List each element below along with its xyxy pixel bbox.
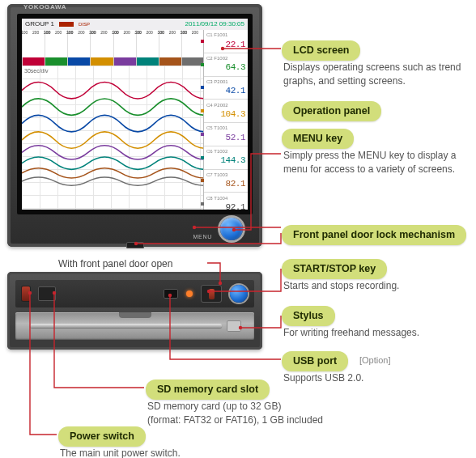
callout-sd: SD memory card slot bbox=[146, 380, 270, 400]
operation-panel: MENU bbox=[15, 216, 254, 242]
channel-readout: C8 T100492.1 bbox=[204, 193, 248, 210]
power-switch[interactable] bbox=[22, 286, 30, 301]
callout-lcd-desc: Displays operating screens such as trend… bbox=[283, 61, 465, 88]
channel-readout: C3 P200142.1 bbox=[204, 77, 248, 100]
channel-readout: C1 F100122.1 bbox=[204, 30, 248, 53]
mode-indicator bbox=[59, 22, 74, 27]
channel-readout: C5 T100152.1 bbox=[204, 123, 248, 146]
callout-usb-option: [Option] bbox=[359, 354, 391, 367]
channel-readouts: C1 F100122.1 C2 F100264.3 C3 P200142.1 C… bbox=[203, 30, 248, 210]
callout-power: Power switch bbox=[58, 426, 146, 447]
callout-op-panel: Operation panel bbox=[282, 101, 381, 121]
usb-port[interactable] bbox=[164, 289, 178, 299]
recorder-front: YOKOGAWA GROUP 1 DISP 2011/09/12 09:30:0… bbox=[7, 4, 262, 247]
scale-ruler bbox=[22, 30, 204, 58]
stylus[interactable] bbox=[30, 324, 222, 328]
recorder-door-open bbox=[7, 272, 262, 350]
inner-ports-row bbox=[15, 280, 254, 307]
callout-power-desc: The main unit power switch. bbox=[60, 447, 242, 458]
callout-lcd: LCD screen bbox=[282, 40, 360, 61]
menu-key-label: MENU bbox=[193, 233, 212, 240]
sd-card-slot[interactable] bbox=[38, 286, 56, 301]
front-panel-door[interactable] bbox=[15, 312, 254, 340]
callout-menu-desc: Simply press the MENU key to display a m… bbox=[283, 149, 465, 176]
channel-readout: C4 P2002104.3 bbox=[204, 100, 248, 123]
door-lock-icon[interactable] bbox=[126, 242, 144, 248]
callout-start: START/STOP key bbox=[282, 259, 387, 279]
clock: 2011/09/12 09:30:05 bbox=[185, 20, 244, 29]
mode-text: DISP bbox=[79, 21, 90, 28]
brand-logo: YOKOGAWA bbox=[23, 3, 66, 12]
callout-menu: MENU key bbox=[282, 129, 354, 149]
group-label: GROUP 1 bbox=[25, 20, 54, 29]
callout-start-desc: Starts and stops recording. bbox=[283, 279, 465, 293]
trend-lines-icon bbox=[22, 66, 204, 189]
channel-readout: C6 T1002144.3 bbox=[204, 146, 248, 170]
callout-lock: Front panel door lock mechanism bbox=[282, 225, 466, 245]
door-clasp-icon bbox=[227, 320, 241, 332]
lcd-bezel: GROUP 1 DISP 2011/09/12 09:30:05 30sec/d… bbox=[17, 14, 253, 214]
door-open-caption: With front panel door open bbox=[58, 257, 172, 270]
callout-usb: USB port bbox=[282, 351, 348, 371]
start-stop-key[interactable] bbox=[201, 285, 222, 303]
screen-header: GROUP 1 DISP 2011/09/12 09:30:05 bbox=[22, 19, 248, 31]
callout-stylus-desc: For writing freehand messages. bbox=[283, 326, 465, 340]
callout-stylus: Stylus bbox=[282, 306, 335, 326]
menu-key[interactable] bbox=[220, 218, 243, 240]
channel-color-strip bbox=[22, 57, 204, 66]
channel-readout: C7 T100382.1 bbox=[204, 170, 248, 193]
callout-sd-desc: SD memory card (up to 32 GB) (format: FA… bbox=[147, 400, 329, 427]
trend-area: 30sec/div bbox=[22, 66, 204, 210]
callout-usb-desc: Supports USB 2.0. bbox=[283, 371, 465, 385]
menu-key-inner[interactable] bbox=[230, 285, 248, 303]
record-led-icon bbox=[186, 290, 193, 297]
channel-readout: C2 F100264.3 bbox=[204, 53, 248, 77]
lcd-screen[interactable]: GROUP 1 DISP 2011/09/12 09:30:05 30sec/d… bbox=[22, 19, 248, 210]
